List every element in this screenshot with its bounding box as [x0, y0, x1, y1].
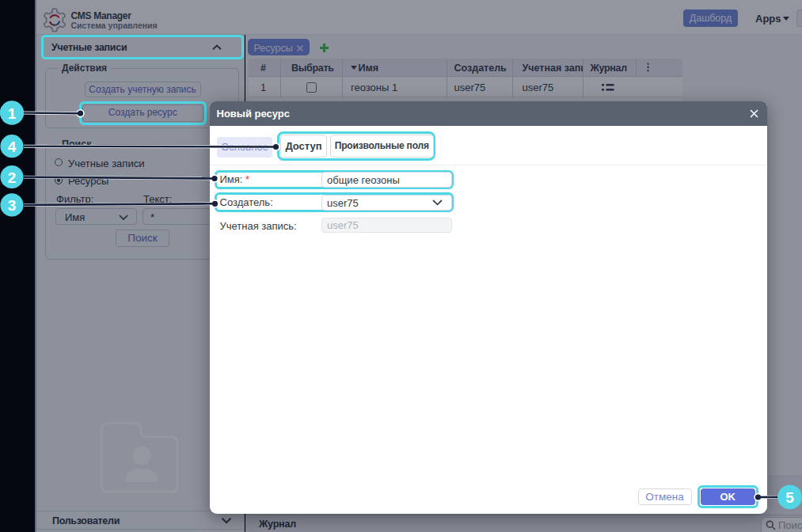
svg-text:2: 2	[8, 169, 17, 186]
svg-text:4: 4	[8, 139, 17, 155]
svg-text:3: 3	[8, 197, 17, 214]
svg-text:5: 5	[785, 489, 794, 506]
svg-text:1: 1	[8, 105, 17, 122]
